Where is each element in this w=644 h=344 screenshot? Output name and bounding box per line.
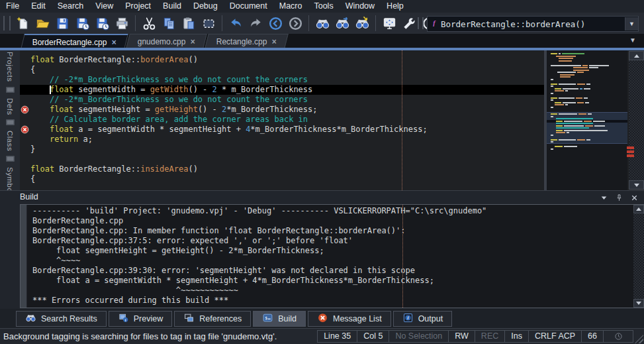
status-ins[interactable]: Ins bbox=[505, 330, 529, 343]
minimap-line bbox=[559, 58, 575, 59]
scrollbar-error-mark[interactable] bbox=[627, 146, 634, 149]
chevron-down-icon[interactable] bbox=[600, 193, 608, 205]
menu-document[interactable]: Document bbox=[224, 0, 273, 13]
scrollbar-error-mark[interactable] bbox=[627, 150, 634, 153]
resize-grip[interactable] bbox=[635, 335, 643, 343]
bottom-tab-label: Output bbox=[418, 314, 443, 323]
minimap-line bbox=[555, 88, 592, 89]
scroll-up-button[interactable] bbox=[633, 205, 644, 213]
bottom-tab-search-results[interactable]: Search Results bbox=[16, 311, 107, 327]
scrollbar-error-mark[interactable] bbox=[627, 154, 634, 157]
bottom-tab-build[interactable]: $Build bbox=[253, 311, 306, 327]
menu-edit[interactable]: Edit bbox=[25, 0, 52, 13]
redo-button[interactable] bbox=[247, 15, 264, 32]
minimap-line bbox=[551, 139, 592, 141]
scroll-down-button[interactable] bbox=[629, 180, 644, 190]
minimap-line bbox=[560, 76, 572, 78]
code-line: { bbox=[20, 65, 544, 75]
sidebar-tab-icon bbox=[6, 119, 15, 125]
status-rw[interactable]: RW bbox=[449, 330, 475, 343]
status-66[interactable]: 66 bbox=[582, 330, 604, 343]
toolbar-grip[interactable] bbox=[418, 17, 424, 29]
save-backup-button[interactable] bbox=[73, 15, 91, 32]
code-editor[interactable]: float BorderRectangle::borderArea(){ // … bbox=[20, 50, 544, 190]
tab-close-icon[interactable]: × bbox=[271, 37, 276, 46]
function-combo[interactable]: f BorderRectangle::borderArea() ▼ bbox=[427, 16, 639, 32]
paste-button[interactable] bbox=[180, 15, 197, 32]
sidebar-tab-projects[interactable]: Projects bbox=[0, 50, 20, 97]
error-marker-icon bbox=[21, 105, 29, 114]
find-in-files-button[interactable] bbox=[353, 15, 371, 32]
ide-window: FileEditSearchViewProjectBuildDebugDocum… bbox=[0, 0, 644, 344]
tab-close-icon[interactable]: × bbox=[190, 37, 195, 46]
build-panel-title: Build bbox=[20, 192, 38, 201]
build-vertical-scrollbar[interactable] bbox=[633, 205, 644, 308]
editor-vertical-scrollbar[interactable] bbox=[629, 51, 644, 190]
select-block-button[interactable] bbox=[200, 15, 217, 32]
print-button[interactable] bbox=[113, 15, 130, 32]
menu-window[interactable]: Window bbox=[340, 0, 381, 13]
fullscreen-button[interactable] bbox=[381, 15, 398, 32]
scroll-down-button[interactable] bbox=[633, 299, 644, 308]
build-output-line: BorderRectangle.cpp: In member function … bbox=[32, 226, 486, 236]
menu-help[interactable]: Help bbox=[381, 0, 410, 13]
tab-borderrectangle-cpp[interactable]: BorderRectangle.cpp× bbox=[21, 34, 128, 49]
bottom-tab-preview[interactable]: iPreview bbox=[109, 311, 172, 327]
menu-tools[interactable]: Tools bbox=[308, 0, 339, 13]
menu-file[interactable]: File bbox=[0, 0, 25, 13]
status-crlf-acp[interactable]: CRLF ACP bbox=[529, 330, 582, 343]
options-button[interactable] bbox=[400, 15, 418, 32]
toolbar-icons: ? bbox=[1, 13, 439, 34]
build-output[interactable]: ---------- 'build' Project: 'gnudemo.vpj… bbox=[20, 204, 644, 308]
menu-view[interactable]: View bbox=[89, 0, 119, 13]
minimap[interactable] bbox=[547, 50, 627, 190]
save-button[interactable] bbox=[54, 15, 71, 32]
code-line: float a = segmentWidth * segmentHeight +… bbox=[20, 125, 544, 135]
undo-button[interactable] bbox=[227, 15, 244, 32]
editor-area: ProjectsDefsClassSymbols float BorderRec… bbox=[0, 50, 644, 190]
status-rec[interactable]: REC bbox=[475, 330, 505, 343]
toolbar-grip[interactable] bbox=[3, 16, 11, 30]
svg-text:f: f bbox=[433, 19, 436, 27]
save-backup-alt-button[interactable] bbox=[93, 15, 111, 32]
nav-forward-button[interactable] bbox=[287, 15, 304, 32]
sidebar-tab-class[interactable]: Class bbox=[0, 129, 20, 166]
bottom-tab-references[interactable]: References bbox=[174, 311, 251, 327]
bottom-tab-message-list[interactable]: Message List bbox=[308, 311, 391, 327]
toolbar-separator bbox=[135, 15, 136, 31]
status-no-selection[interactable]: No Selection bbox=[389, 330, 449, 343]
pin-icon[interactable] bbox=[615, 193, 623, 205]
menu-search[interactable]: Search bbox=[52, 0, 90, 13]
scroll-up-button[interactable] bbox=[629, 51, 644, 60]
tab-close-icon[interactable]: × bbox=[111, 38, 116, 47]
tab-overflow-icon[interactable]: ▼ bbox=[629, 36, 636, 44]
new-file-button[interactable] bbox=[14, 15, 31, 32]
close-icon[interactable] bbox=[630, 193, 639, 205]
sidebar-tab-label: Defs bbox=[6, 98, 14, 115]
minimap-line bbox=[551, 107, 555, 108]
find-button[interactable] bbox=[314, 15, 331, 32]
cut-button[interactable] bbox=[140, 15, 158, 32]
minimap-line bbox=[560, 74, 576, 76]
nav-back-button[interactable] bbox=[267, 15, 284, 32]
menu-build[interactable]: Build bbox=[157, 0, 187, 13]
minimap-line bbox=[551, 65, 610, 66]
status-col-5[interactable]: Col 5 bbox=[357, 330, 389, 343]
tab-rectangle-cpp[interactable]: Rectangle.cpp× bbox=[205, 34, 288, 48]
menu-macro[interactable]: Macro bbox=[273, 0, 308, 13]
status-line-35[interactable]: Line 35 bbox=[317, 330, 357, 343]
menu-debug[interactable]: Debug bbox=[187, 0, 224, 13]
menu-project[interactable]: Project bbox=[119, 0, 157, 13]
tab-gnudemo-cpp[interactable]: gnudemo.cpp× bbox=[126, 34, 207, 48]
copy-button[interactable] bbox=[160, 15, 177, 32]
minimap-line bbox=[556, 118, 594, 119]
function-combo-dropdown-button[interactable]: ▼ bbox=[625, 17, 638, 30]
bottom-tab-output[interactable]: iOutput bbox=[393, 311, 453, 327]
tab-label: BorderRectangle.cpp bbox=[32, 38, 107, 47]
open-button[interactable] bbox=[34, 15, 51, 32]
build-output-line: BorderRectangle.cpp:37:5: error: expecte… bbox=[32, 236, 486, 246]
sidebar-tab-defs[interactable]: Defs bbox=[0, 97, 20, 130]
find-next-button[interactable] bbox=[334, 15, 351, 32]
select-block-icon bbox=[201, 16, 216, 31]
find-in-files-icon bbox=[355, 16, 370, 31]
